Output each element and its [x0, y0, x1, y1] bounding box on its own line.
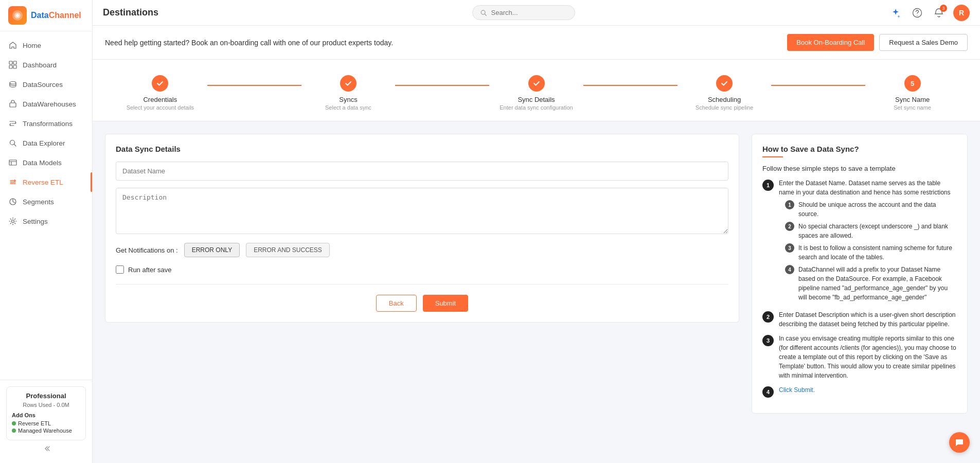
svg-rect-5: [9, 65, 12, 68]
addons-title: Add Ons: [12, 412, 80, 418]
description-textarea[interactable]: [116, 188, 728, 234]
sidebar-item-datawarehouses[interactable]: DataWarehouses: [0, 94, 92, 114]
divider: [116, 284, 728, 284]
addon-reverse-etl-label: Reverse ETL: [18, 420, 51, 426]
help-substep-1-1: 1 Should be unique across the account an…: [785, 200, 957, 219]
top-header: Destinations 3 R: [93, 0, 980, 26]
error-and-success-button[interactable]: ERROR AND SUCCESS: [246, 243, 330, 257]
step-label-syncs: Syncs: [339, 96, 357, 103]
step-sync-details: Sync Details Enter data sync configurati…: [489, 75, 583, 111]
help-step-num-4: 4: [762, 386, 774, 398]
step-sublabel-sync-details: Enter data sync configuration: [500, 104, 573, 111]
step-sync-name: 5 Sync Name Set sync name: [865, 75, 959, 111]
chat-bubble[interactable]: [949, 432, 970, 453]
sidebar-item-settings[interactable]: Settings: [0, 211, 92, 231]
datasources-label: DataSources: [23, 81, 63, 88]
help-card: How to Save a Data Sync? Follow these si…: [752, 134, 968, 414]
data-models-label: Data Models: [23, 159, 62, 167]
help-substep-1-2: 2 No special characters (except undersco…: [785, 222, 957, 240]
steps-row: Credentials Select your account details …: [113, 75, 959, 111]
run-after-save-label[interactable]: Run after save: [128, 266, 172, 274]
datasources-icon: [8, 80, 17, 89]
help-substep-1-3: 3 It is best to follow a consistent nami…: [785, 243, 957, 262]
run-after-save-checkbox[interactable]: [116, 265, 124, 274]
wizard-container: Credentials Select your account details …: [93, 60, 980, 121]
segments-label: Segments: [23, 198, 54, 206]
addon-dot-reverse-etl: [12, 421, 16, 425]
home-label: Home: [23, 42, 41, 49]
collapse-sidebar-button[interactable]: [6, 440, 86, 457]
form-card: Data Sync Details Get Notifications on :…: [105, 134, 739, 323]
form-left: Data Sync Details Get Notifications on :…: [105, 134, 739, 414]
help-substep-text-1-4: DataChannel will add a prefix to your Da…: [798, 265, 957, 302]
help-substep-text-1-1: Should be unique across the account and …: [798, 200, 957, 219]
connector-4: [771, 85, 865, 86]
help-step-text-3: In case you envisage creating multiple r…: [779, 334, 957, 380]
settings-icon: [8, 217, 17, 226]
transformations-label: Transformations: [23, 120, 73, 128]
datawarehouses-icon: [8, 99, 17, 109]
step-label-scheduling: Scheduling: [708, 96, 741, 103]
sidebar-item-reverse-etl[interactable]: Reverse ETL: [0, 172, 92, 192]
help-substep-num-1-1: 1: [785, 200, 794, 209]
search-container[interactable]: [472, 5, 575, 20]
settings-label: Settings: [23, 218, 48, 225]
help-icon[interactable]: [910, 6, 924, 20]
step-circle-credentials: [152, 75, 168, 92]
banner-text: Need help getting started? Book an on-bo…: [105, 39, 393, 47]
help-title: How to Save a Data Sync?: [762, 145, 957, 153]
svg-point-2: [16, 14, 19, 17]
sidebar: DataChannel Home Dashboard DataSources: [0, 0, 93, 463]
dashboard-icon: [8, 60, 17, 69]
sidebar-item-dashboard[interactable]: Dashboard: [0, 55, 92, 75]
svg-point-7: [10, 82, 16, 84]
sidebar-item-data-explorer[interactable]: Data Explorer: [0, 133, 92, 153]
data-models-icon: [8, 158, 17, 167]
step-circle-sync-details: [528, 75, 545, 92]
section-title: Data Sync Details: [116, 145, 728, 153]
help-step-num-1: 1: [762, 180, 774, 191]
svg-rect-10: [9, 160, 16, 165]
svg-point-15: [917, 15, 917, 15]
step-circle-sync-name: 5: [904, 75, 921, 92]
search-input[interactable]: [491, 9, 563, 16]
sidebar-item-datasources[interactable]: DataSources: [0, 75, 92, 94]
step-circle-syncs: [340, 75, 357, 92]
help-step-text-1: Enter the Dataset Name. Dataset name ser…: [779, 179, 957, 197]
connector-1: [207, 85, 301, 86]
back-button[interactable]: Back: [376, 295, 417, 312]
dashboard-label: Dashboard: [23, 61, 57, 69]
dataset-name-input[interactable]: [116, 162, 728, 181]
sidebar-item-data-models[interactable]: Data Models: [0, 153, 92, 172]
addon-reverse-etl: Reverse ETL: [12, 420, 80, 426]
help-step-text-2: Enter Dataset Description which is a use…: [779, 310, 957, 329]
main-content: Destinations 3 R Need help getting start…: [93, 0, 980, 463]
logo: DataChannel: [0, 0, 92, 31]
notifications-label: Get Notifications on :: [116, 246, 178, 254]
sparkle-icon[interactable]: [888, 6, 903, 20]
error-only-button[interactable]: ERROR ONLY: [184, 243, 240, 257]
avatar[interactable]: R: [953, 5, 970, 21]
step-label-credentials: Credentials: [143, 96, 177, 103]
help-step-text-4: Click Submit.: [779, 385, 815, 398]
help-step-num-3: 3: [762, 335, 774, 346]
help-substep-num-1-2: 2: [785, 222, 794, 231]
notifications-icon[interactable]: 3: [932, 6, 946, 20]
request-sales-demo-button[interactable]: Request a Sales Demo: [879, 34, 968, 51]
sidebar-navigation: Home Dashboard DataSources DataWarehouse…: [0, 31, 92, 380]
help-step-4: 4 Click Submit.: [762, 385, 957, 398]
step-syncs: Syncs Select a data sync: [301, 75, 396, 111]
sidebar-item-home[interactable]: Home: [0, 35, 92, 55]
book-onboarding-button[interactable]: Book On-Boarding Call: [787, 34, 874, 51]
banner-buttons: Book On-Boarding Call Request a Sales De…: [787, 34, 968, 51]
sidebar-item-transformations[interactable]: Transformations: [0, 114, 92, 133]
submit-button[interactable]: Submit: [423, 295, 468, 312]
home-icon: [8, 41, 17, 50]
step-label-sync-name: Sync Name: [895, 96, 930, 103]
sidebar-bottom: Professional Rows Used - 0.0M Add Ons Re…: [0, 380, 92, 463]
help-substep-text-1-2: No special characters (except underscore…: [798, 222, 957, 240]
logo-text: DataChannel: [31, 11, 81, 20]
help-substep-num-1-4: 4: [785, 265, 794, 274]
sidebar-item-segments[interactable]: Segments: [0, 192, 92, 211]
plan-title: Professional: [12, 392, 80, 400]
